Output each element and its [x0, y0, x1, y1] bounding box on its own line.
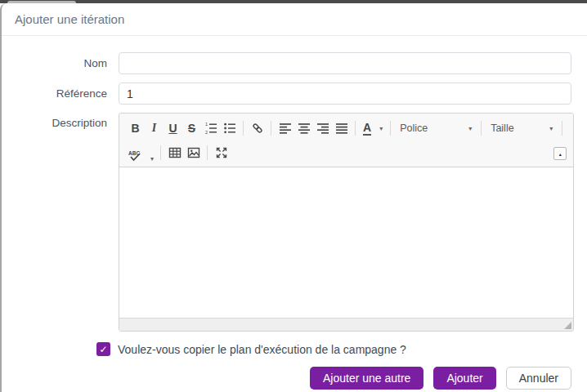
bold-button[interactable]: B: [126, 118, 145, 138]
font-color-icon: A: [363, 122, 371, 136]
toolbar-separator: [562, 121, 562, 136]
chevron-down-icon: ▾: [549, 125, 553, 132]
strikethrough-button[interactable]: S: [182, 118, 201, 138]
toolbar-separator: [207, 145, 208, 160]
align-left-icon: [279, 122, 292, 135]
description-label: Description: [2, 117, 107, 129]
copy-plan-label: Voulez-vous copier le plan d'exécution d…: [118, 343, 406, 356]
font-size-dropdown-label: Taille: [491, 122, 514, 134]
font-color-button[interactable]: A ▾: [360, 118, 386, 138]
dialog-body: Nom Référence Description B I U S: [2, 36, 587, 390]
cancel-button[interactable]: Annuler: [506, 367, 571, 390]
align-center-button[interactable]: [294, 118, 313, 138]
maximize-icon: [215, 146, 228, 159]
insert-table-button[interactable]: [165, 143, 184, 163]
underline-button[interactable]: U: [164, 118, 182, 138]
editor-toolbar: B I U S 12: [119, 114, 573, 167]
editor-footer: [119, 318, 573, 331]
toolbar-separator: [390, 121, 391, 136]
reference-input[interactable]: [119, 82, 571, 105]
align-center-icon: [298, 122, 311, 135]
chevron-down-icon: ▾: [379, 125, 383, 132]
name-field-row: Nom: [2, 52, 571, 74]
toolbar-separator: [481, 121, 482, 136]
table-icon: [168, 146, 181, 159]
chevron-down-icon: ▾: [468, 125, 472, 132]
description-field-row: Description B I U S: [2, 113, 571, 332]
bulleted-list-button[interactable]: [220, 118, 239, 138]
align-right-icon: [316, 122, 329, 135]
add-iteration-dialog: Ajouter une itération Nom Référence Desc…: [0, 3, 587, 392]
chevron-down-icon: ▾: [150, 155, 154, 163]
align-left-button[interactable]: [276, 118, 294, 138]
numbered-list-button[interactable]: 12: [201, 118, 220, 138]
toolbar-separator: [355, 121, 356, 136]
dialog-actions: Ajouter une autre Ajouter Annuler: [2, 367, 571, 390]
toolbar-row-1: B I U S 12: [126, 116, 567, 140]
link-button[interactable]: [248, 118, 267, 138]
reference-field-row: Référence: [2, 82, 571, 105]
spellcheck-button[interactable]: ABC ▾: [126, 143, 156, 163]
toolbar-separator: [271, 121, 271, 136]
reference-label: Référence: [2, 87, 107, 100]
font-size-dropdown[interactable]: Taille ▾: [486, 118, 558, 138]
collapse-toolbar-icon: ▴: [559, 151, 562, 157]
dialog-header: Ajouter une itération: [2, 3, 587, 36]
toolbar-row-2: ABC ▾: [126, 140, 567, 165]
svg-text:2: 2: [205, 130, 208, 135]
numbered-list-icon: 12: [204, 122, 217, 135]
name-label: Nom: [2, 57, 107, 69]
add-button[interactable]: Ajouter: [433, 367, 495, 390]
copy-plan-row: ✓ Voulez-vous copier le plan d'exécution…: [96, 342, 571, 356]
toolbar-separator: [243, 121, 244, 136]
svg-text:1: 1: [205, 122, 208, 127]
dialog-title: Ajouter une itération: [15, 12, 124, 26]
insert-image-button[interactable]: [184, 143, 203, 163]
image-icon: [187, 146, 200, 159]
name-input[interactable]: [119, 52, 571, 74]
align-justify-button[interactable]: [332, 118, 351, 138]
align-justify-icon: [335, 122, 348, 135]
italic-button[interactable]: I: [145, 118, 164, 138]
toolbar-separator: [160, 145, 161, 160]
collapse-toolbar-button[interactable]: ▴: [553, 147, 567, 160]
editor-content-area[interactable]: [119, 167, 573, 318]
font-family-dropdown-label: Police: [400, 122, 428, 134]
spellcheck-icon: ABC: [128, 149, 143, 163]
align-right-button[interactable]: [313, 118, 332, 138]
rich-text-editor: B I U S 12: [119, 113, 574, 332]
add-another-button[interactable]: Ajouter une autre: [310, 367, 423, 390]
resize-grip[interactable]: [564, 322, 571, 329]
font-family-dropdown[interactable]: Police ▾: [395, 118, 477, 138]
checkmark-icon: ✓: [99, 344, 107, 355]
copy-plan-checkbox[interactable]: ✓: [96, 342, 110, 356]
maximize-button[interactable]: [212, 143, 231, 163]
bulleted-list-icon: [223, 122, 236, 135]
link-icon: [251, 122, 264, 135]
